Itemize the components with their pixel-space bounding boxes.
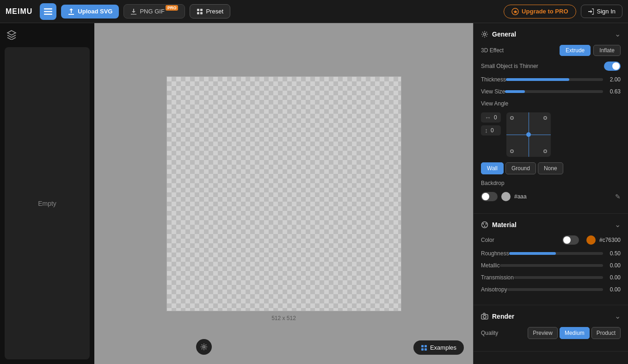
menu-button[interactable]	[40, 3, 56, 20]
backdrop-color-swatch[interactable]	[501, 192, 511, 201]
camera-icon	[481, 313, 488, 320]
anisotropy-value: 0.00	[607, 286, 621, 293]
svg-rect-3	[197, 9, 199, 11]
metallic-value: 0.00	[607, 262, 621, 269]
anisotropy-slider-container: 0.00	[507, 286, 621, 293]
angle-grid[interactable]	[506, 112, 551, 157]
product-quality-button[interactable]: Product	[591, 327, 621, 339]
wall-button[interactable]: Wall	[481, 162, 504, 174]
quality-label: Quality	[481, 330, 498, 336]
global-settings-button[interactable]	[196, 339, 212, 355]
view-size-slider-container: 0.63	[505, 88, 621, 95]
medium-quality-button[interactable]: Medium	[560, 327, 590, 339]
small-object-row: Small Object is Thinner	[481, 62, 621, 71]
small-object-label: Small Object is Thinner	[481, 63, 538, 69]
signin-button[interactable]: Sign In	[581, 5, 622, 18]
svg-rect-11	[421, 348, 424, 351]
backdrop-btn-row: Wall Ground None	[481, 162, 621, 174]
effect-buttons: Extrude Inflate	[560, 45, 621, 56]
thickness-value: 2.00	[607, 76, 621, 83]
svg-rect-6	[200, 12, 203, 14]
transmission-label: Transmission	[481, 274, 514, 281]
signin-label: Sign In	[597, 8, 616, 15]
view-size-row: View Size 0.63	[481, 88, 621, 95]
svg-rect-0	[44, 8, 52, 10]
none-button[interactable]: None	[538, 162, 563, 174]
color-label: Color	[481, 237, 494, 243]
backdrop-toggle[interactable]	[481, 192, 498, 201]
general-section-header: General ⌄	[481, 30, 621, 38]
svg-rect-1	[44, 11, 52, 12]
small-object-toggle[interactable]	[604, 62, 621, 71]
app-logo: MEIMU	[6, 7, 32, 16]
view-angle-section: ↔ 0 ↕ 0	[481, 112, 621, 157]
backdrop-toggle-knob	[482, 193, 489, 200]
roughness-fill	[509, 252, 556, 255]
canvas-checkerboard[interactable]	[166, 76, 401, 311]
upload-label: Upload SVG	[78, 8, 112, 15]
thickness-slider[interactable]	[506, 78, 603, 81]
metallic-row: Metallic 0.00	[481, 262, 621, 269]
color-toggle[interactable]	[562, 235, 579, 245]
extrude-button[interactable]: Extrude	[560, 45, 591, 56]
upload-svg-button[interactable]: Upload SVG	[61, 5, 119, 19]
color-value-row: #c76300	[562, 235, 621, 245]
material-title: Material	[481, 221, 517, 228]
preview-quality-button[interactable]: Preview	[528, 327, 558, 339]
layers-icon	[5, 28, 90, 43]
metallic-slider[interactable]	[500, 264, 603, 267]
quality-row: Quality Preview Medium Product	[481, 327, 621, 339]
metallic-label: Metallic	[481, 262, 500, 269]
roughness-slider[interactable]	[509, 252, 603, 255]
examples-button[interactable]: Examples	[413, 340, 464, 355]
svg-point-8	[203, 346, 205, 348]
angle-dot-bl	[510, 149, 514, 153]
view-size-slider[interactable]	[505, 90, 603, 93]
examples-label: Examples	[430, 344, 456, 351]
general-title: General	[481, 31, 516, 38]
preset-button[interactable]: Preset	[190, 4, 230, 19]
view-angle-label-row: View Angle	[481, 100, 621, 107]
canvas-area[interactable]: 512 x 512 Examples	[94, 23, 473, 364]
svg-rect-5	[197, 12, 199, 14]
backdrop-edit-icon[interactable]: ✎	[615, 193, 621, 200]
palette-icon	[481, 221, 488, 228]
export-label: PNG GIF	[140, 8, 164, 15]
upgrade-label: Upgrade to PRO	[522, 8, 568, 15]
general-chevron[interactable]: ⌄	[615, 30, 621, 38]
angle-x-value: 0	[494, 114, 497, 121]
right-panel: General ⌄ 3D Effect Extrude Inflate Smal…	[473, 23, 628, 364]
material-color-hex: #c76300	[599, 237, 621, 243]
render-chevron[interactable]: ⌄	[615, 312, 621, 321]
material-color-swatch[interactable]	[586, 235, 596, 245]
inflate-button[interactable]: Inflate	[593, 45, 621, 56]
backdrop-color-row: #aaa ✎	[481, 192, 621, 201]
angle-y-icon: ↕	[485, 127, 488, 134]
color-toggle-knob	[563, 236, 571, 244]
angle-dot-br	[543, 149, 547, 153]
topbar: MEIMU Upload SVG PNG GIF PRO Preset Upgr…	[0, 0, 628, 23]
main-area: Empty 512 x 512 Examples	[0, 23, 628, 364]
quality-buttons: Preview Medium Product	[528, 327, 621, 339]
toggle-knob	[612, 62, 620, 70]
svg-point-17	[484, 225, 486, 227]
view-size-label: View Size	[481, 88, 505, 95]
export-button[interactable]: PNG GIF PRO	[123, 4, 185, 19]
general-section: General ⌄ 3D Effect Extrude Inflate Smal…	[474, 23, 628, 214]
svg-rect-10	[425, 345, 427, 347]
empty-layer: Empty	[5, 47, 90, 359]
transmission-row: Transmission 0.00	[481, 274, 621, 281]
roughness-slider-container: 0.50	[509, 250, 621, 257]
ground-button[interactable]: Ground	[505, 162, 536, 174]
angle-y-value: 0	[491, 127, 494, 134]
left-panel: Empty	[0, 23, 94, 364]
anisotropy-label: Anisotropy	[481, 286, 507, 293]
material-chevron[interactable]: ⌄	[615, 220, 621, 229]
roughness-row: Roughness 0.50	[481, 250, 621, 257]
angle-y-row: ↕ 0	[481, 125, 501, 136]
upgrade-button[interactable]: Upgrade to PRO	[504, 5, 576, 19]
anisotropy-slider[interactable]	[507, 288, 603, 291]
render-section-header: Render ⌄	[481, 312, 621, 321]
transmission-slider[interactable]	[514, 276, 603, 279]
svg-point-15	[483, 223, 484, 224]
